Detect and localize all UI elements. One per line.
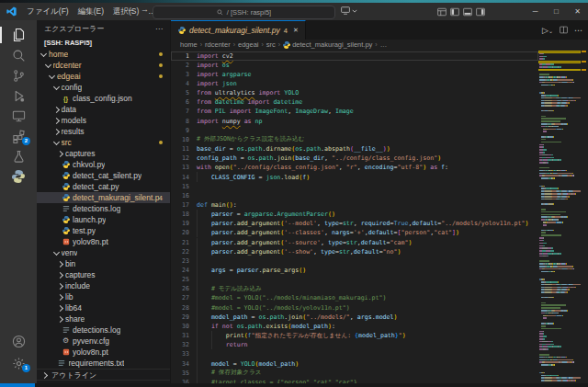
tree-item-lib64[interactable]: lib64 [37, 302, 170, 313]
code-line[interactable]: 2import os [171, 61, 538, 70]
code-line[interactable]: 17def main(): [171, 200, 538, 210]
close-button[interactable]: ✕ [567, 3, 588, 20]
maximize-button[interactable]: □ [546, 3, 567, 20]
code-line[interactable]: 24 args = parser.parse_args() [171, 266, 538, 275]
code-line[interactable]: 26 # モデル読み込み [171, 284, 538, 293]
activity-source-control[interactable] [0, 65, 37, 85]
tree-item-yolov8n.pt[interactable]: yolov8n.pt [37, 236, 170, 247]
activity-run-debug[interactable] [0, 85, 37, 106]
code-line[interactable]: 33 [171, 349, 538, 359]
forward-icon[interactable]: → [141, 5, 149, 14]
activity-search[interactable] [0, 45, 37, 65]
activity-accounts[interactable] [0, 331, 37, 351]
more-actions-icon[interactable]: ⋯ [574, 26, 582, 35]
tree-item-pyvenv.cfg[interactable]: ⚙pyvenv.cfg [37, 336, 170, 347]
breadcrumb-item[interactable]: detect_makuragi_silent.py [283, 40, 372, 49]
code-line[interactable]: 4import json [171, 79, 538, 88]
code-line[interactable]: 6from datetime import datetime [171, 97, 538, 107]
code-line[interactable]: 31 print(f"指定されたモデルが存在しません: {model_path}… [171, 331, 538, 340]
overview-ruler-scrollbar[interactable] [581, 50, 588, 383]
tree-item-captures[interactable]: captures [37, 148, 170, 159]
code-line[interactable]: 27 #model = YOLO("../models/minamiaso_ma… [171, 293, 538, 302]
run-python-file-button[interactable]: ▷⌄ [542, 26, 553, 35]
remote-window-icon[interactable] [341, 6, 357, 15]
code-line[interactable]: 1import cv2 [171, 51, 538, 61]
tree-item-requirements.txt[interactable]: requirements.txt [37, 358, 170, 369]
code-line[interactable]: 16 [171, 191, 538, 200]
code-line[interactable]: 11base_dir = os.path.dirname(os.path.abs… [171, 144, 538, 154]
tree-item-yolov8n.pt[interactable]: yolov8n.pt [37, 347, 170, 358]
code-line[interactable]: 7from PIL import ImageFont, ImageDraw, I… [171, 107, 538, 116]
code-line[interactable]: 28 #model = YOLO("../models/yolov11n.pt"… [171, 303, 538, 313]
toggle-panel-icon[interactable] [463, 6, 472, 17]
code-editor[interactable]: 1import cv22import os3import argparse4im… [171, 50, 538, 383]
minimize-button[interactable]: ─ [525, 3, 546, 20]
more-actions-icon[interactable]: ⋯ [155, 25, 163, 33]
tree-item-include[interactable]: include [37, 280, 170, 291]
split-editor-icon[interactable] [560, 26, 568, 34]
code-line[interactable]: 23 [171, 256, 538, 266]
back-icon[interactable]: ← [127, 5, 135, 14]
tree-item-detect_cat.py[interactable]: detect_cat.py [37, 181, 170, 192]
tab-detect-makuragi-silent[interactable]: detect_makuragi_silent.py 4 ✕ [171, 20, 306, 40]
breadcrumb-item[interactable]: edgeai [238, 40, 259, 49]
tree-item-chkvol.py[interactable]: chkvol.py [37, 159, 170, 170]
code-line[interactable]: 8import numpy as np [171, 117, 538, 126]
activity-testing[interactable] [0, 146, 37, 166]
breadcrumb-item[interactable]: rdcenter [205, 40, 231, 49]
code-line[interactable]: 21 parser.add_argument('--source', type=… [171, 238, 538, 247]
code-line[interactable]: 10# 外部JSONからクラス設定を読み込む [171, 135, 538, 144]
code-line[interactable]: 19 parser.add_argument('--model', type=s… [171, 219, 538, 228]
code-line[interactable]: 15 [171, 182, 538, 191]
code-line[interactable]: 14 CLASS_CONFIG = json.load(f) [171, 172, 538, 181]
tree-item-class_config.json[interactable]: {}class_config.json [37, 93, 170, 104]
code-line[interactable]: 18 parser = argparse.ArgumentParser() [171, 210, 538, 219]
breadcrumb-item[interactable]: home [180, 40, 198, 49]
code-line[interactable]: 34 model = YOLO(model_path) [171, 359, 538, 368]
minimap[interactable] [538, 50, 581, 383]
tree-item-share[interactable]: share [37, 313, 170, 324]
tree-item-detect_cat_silent.py[interactable]: detect_cat_silent.py [37, 170, 170, 181]
code-line[interactable]: 35 # 保存対象クラス [171, 369, 538, 378]
code-line[interactable]: 13with open("../config/class_config.json… [171, 163, 538, 172]
tree-item-src[interactable]: src [37, 137, 170, 148]
tree-item-venv[interactable]: venv [37, 247, 170, 258]
code-line[interactable]: 5from ultralytics import YOLO [171, 88, 538, 97]
tree-item-data[interactable]: data [37, 104, 170, 115]
menu-edit[interactable]: 編集(E) [74, 6, 108, 16]
command-center[interactable]: / [SSH: raspi5] [153, 6, 335, 19]
tree-item-lib[interactable]: lib [37, 291, 170, 302]
close-tab-icon[interactable]: ✕ [293, 27, 299, 34]
remote-ssh-indicator[interactable] [0, 383, 35, 387]
code-line[interactable]: 30 if not os.path.exists(model_path): [171, 322, 538, 331]
tree-item-launch.py[interactable]: launch.py [37, 214, 170, 225]
code-line[interactable]: 12config_path = os.path.join(base_dir, "… [171, 154, 538, 163]
breadcrumb-item[interactable]: src [266, 40, 276, 49]
tree-item-bin[interactable]: bin [37, 258, 170, 269]
tree-item-rdcenter[interactable]: rdcenter [37, 60, 170, 71]
tree-item-detections.log[interactable]: detections.log [37, 203, 170, 214]
tree-item-detect_makuragi_silent.py[interactable]: detect_makuragi_silent.py4 [37, 192, 170, 203]
tree-item-detections.log[interactable]: detections.log [37, 324, 170, 336]
tree-item-models[interactable]: models [37, 115, 170, 126]
tree-item-home[interactable]: home [37, 49, 170, 60]
code-line[interactable]: 22 parser.add_argument('--show', type=st… [171, 247, 538, 256]
code-line[interactable]: 3import argparse [171, 70, 538, 79]
activity-python[interactable] [0, 166, 37, 187]
code-line[interactable]: 29 model_path = os.path.join("../models/… [171, 313, 538, 322]
tree-item-results[interactable]: results [37, 126, 170, 137]
code-line[interactable]: 9 [171, 126, 538, 135]
activity-explorer[interactable] [0, 25, 37, 45]
menu-file[interactable]: ファイル(F) [22, 6, 74, 16]
toggle-secondary-sidebar-icon[interactable] [476, 6, 485, 17]
tree-item-test.py[interactable]: test.py [37, 225, 170, 236]
activity-settings[interactable]: 1 [0, 353, 37, 373]
activity-remote-explorer[interactable] [0, 106, 37, 126]
sidebar-section-header[interactable]: [SSH: RASPI5] [37, 37, 170, 49]
toggle-primary-sidebar-icon[interactable] [450, 6, 459, 17]
code-line[interactable]: 25 [171, 275, 538, 284]
code-line[interactable]: 32 return [171, 340, 538, 349]
tree-item-edgeai[interactable]: edgeai [37, 71, 170, 82]
tree-item-config[interactable]: config [37, 82, 170, 93]
tree-item-captures[interactable]: captures [37, 269, 170, 280]
